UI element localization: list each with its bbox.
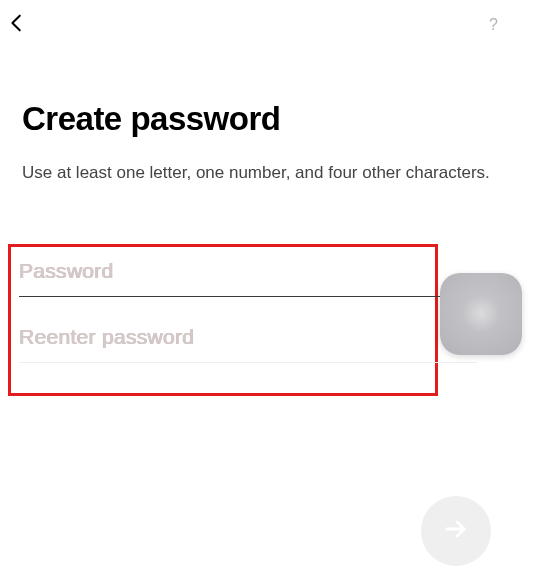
touch-indicator bbox=[440, 273, 522, 355]
arrow-right-icon bbox=[442, 515, 470, 547]
input-underline bbox=[19, 296, 487, 297]
page-title: Create password bbox=[22, 100, 531, 138]
content-area: Create password Use at least one letter,… bbox=[0, 50, 553, 186]
password-form-highlight: Password Reenter password bbox=[8, 244, 438, 396]
header-bar: ? bbox=[0, 0, 553, 50]
password-field-row: Password bbox=[19, 259, 427, 297]
page-subtitle: Use at least one letter, one number, and… bbox=[22, 160, 531, 186]
password-input[interactable]: Password bbox=[19, 259, 427, 297]
reenter-password-input[interactable]: Reenter password bbox=[19, 325, 427, 363]
reenter-password-field-row: Reenter password bbox=[19, 325, 427, 363]
input-underline bbox=[19, 362, 477, 363]
next-button[interactable] bbox=[421, 496, 491, 566]
help-icon[interactable]: ? bbox=[489, 16, 543, 34]
back-icon[interactable] bbox=[6, 12, 28, 38]
